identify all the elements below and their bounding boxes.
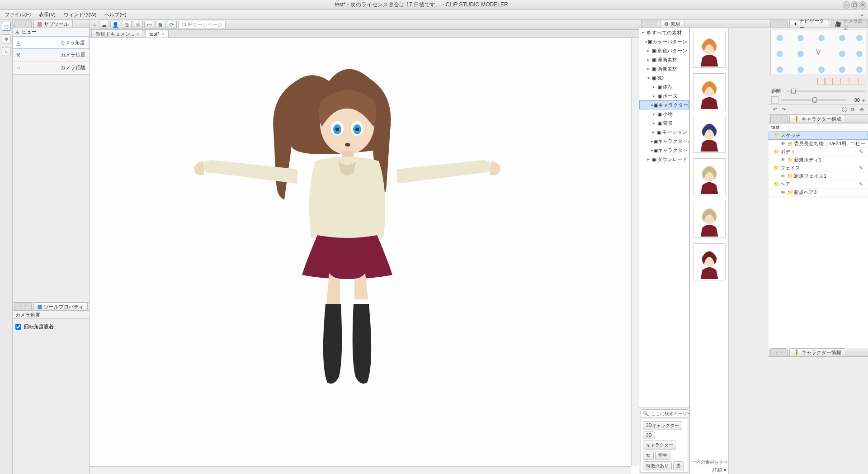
toolbar-search[interactable]: CLIPホームページ (178, 21, 225, 29)
wand-icon[interactable]: ✎ (859, 149, 866, 155)
charcomp-row[interactable]: 👁📁新規ボディ1 (769, 156, 868, 164)
material-node[interactable]: ▸▣ダウンロード (639, 155, 689, 164)
material-node[interactable]: ▸▣画像素材 (639, 64, 689, 73)
grip-icon[interactable]: ⋮⋮ (14, 303, 32, 310)
material-thumbnail[interactable] (693, 31, 726, 68)
view-cube-icon[interactable] (858, 78, 865, 85)
charcomp-row[interactable]: 👁📁新規ヘア3 (769, 189, 868, 197)
view-cube-icon[interactable] (834, 78, 841, 85)
screen-icon[interactable]: ▭ (144, 21, 154, 29)
view-cube-icon[interactable] (850, 78, 857, 85)
option-rotation-snap[interactable]: 回転角度吸着 (15, 323, 86, 330)
maximize-icon[interactable]: ▢ (851, 1, 858, 9)
tag[interactable]: 学生 (655, 451, 670, 460)
material-node[interactable]: ▸▣モーション (639, 128, 689, 137)
material-node[interactable]: ▸▣背景 (639, 118, 689, 128)
angle-slider[interactable]: 90 ▸ (769, 95, 868, 104)
reset-icon[interactable]: ⊚ (858, 106, 865, 114)
subtool-item[interactable]: ⤧カメラ位置 (13, 49, 89, 62)
material-node[interactable]: ▸▣単色パターン (639, 46, 689, 55)
material-node[interactable]: ▸▣体型 (639, 82, 689, 91)
stepper-icon[interactable]: ▸ (863, 97, 865, 103)
tag[interactable]: 特徴点あり (643, 461, 672, 470)
material-node[interactable]: ▸▣ポーズ (639, 91, 689, 100)
viewport-3d[interactable] (90, 38, 639, 474)
menu-view[interactable]: 表示(V) (36, 10, 58, 19)
visibility-icon[interactable]: 👁 (779, 141, 787, 146)
grip-icon[interactable]: ⋮⋮ (641, 20, 658, 28)
copy-icon[interactable]: ⧉ (122, 21, 132, 29)
tag[interactable]: 3D (643, 431, 655, 439)
grip-icon[interactable]: ⋮⋮ (770, 348, 788, 356)
tag[interactable]: 男 (673, 461, 684, 470)
charcomp-row[interactable]: 👁📁新規フェイス1 (769, 172, 868, 180)
tab-camera-settings[interactable]: 🎥カメラ設定 (831, 20, 868, 28)
menu-help[interactable]: ヘルプ(H) (102, 10, 129, 19)
visibility-icon[interactable]: 👁 (779, 157, 787, 162)
material-thumbnails[interactable] (690, 28, 728, 458)
close-tab-icon[interactable]: × (137, 32, 139, 36)
grip-icon[interactable]: ⋮⋮ (770, 20, 788, 28)
charcomp-row[interactable]: 👁▤委員長立ち絵_Live2d用 - コピー (769, 140, 868, 148)
paste-icon[interactable]: ⎘ (133, 21, 143, 29)
close-icon[interactable]: ✕ (859, 1, 866, 9)
document-tab[interactable]: 新規ドキュメン...× (91, 30, 143, 38)
undo-icon[interactable]: ↶ (771, 106, 778, 113)
navigator-preview[interactable]: V (770, 30, 866, 75)
tag[interactable]: 女 (643, 451, 654, 460)
tab-character-info[interactable]: 🧍キャラクター情報 (789, 348, 845, 356)
tool-move-icon[interactable]: ✥ (2, 34, 11, 43)
trash-icon[interactable]: 🗑 (156, 21, 165, 29)
material-node[interactable]: ▸▣カラーパターン (639, 37, 689, 46)
material-node[interactable]: ▾⚙すべての素材 (639, 28, 689, 37)
document-tab[interactable]: test*× (145, 30, 168, 38)
redo-icon[interactable]: ↷ (780, 106, 787, 113)
thumbs-detail[interactable]: 詳細 ▾ (690, 466, 728, 474)
tab-material[interactable]: ⚙素材 (660, 20, 684, 28)
visibility-icon[interactable]: 👁 (779, 174, 787, 179)
tool-view-icon[interactable]: ◳ (2, 22, 11, 31)
subtool-item[interactable]: ◬カメラ角度 (13, 36, 89, 49)
material-node[interactable]: ▸▣漫画素材 (639, 55, 689, 64)
charcomp-row[interactable]: 📁ヘア✎ (769, 180, 868, 189)
tab-character-composition[interactable]: 🧍キャラクター構成 (789, 115, 845, 123)
tag[interactable]: 3Dキャラクター (643, 421, 682, 430)
viewport-scrollbar-horizontal[interactable] (90, 466, 631, 474)
refresh-view-icon[interactable]: ⟳ (849, 106, 857, 114)
rotation-snap-checkbox[interactable] (15, 324, 21, 330)
distance-slider[interactable]: 距離 (769, 87, 868, 95)
tab-subtool[interactable]: サブツール (33, 20, 73, 28)
material-search[interactable]: 🔍 (641, 409, 688, 417)
material-thumbnail[interactable] (693, 243, 726, 280)
material-thumbnail[interactable] (693, 116, 726, 153)
material-node[interactable]: ▸▣キャラクターパーツ (639, 137, 689, 146)
material-tree[interactable]: ▾⚙すべての素材▸▣カラーパターン▸▣単色パターン▸▣漫画素材▸▣画像素材▾▣3… (639, 28, 689, 408)
subtool-item[interactable]: ↔カメラ距離 (13, 62, 89, 74)
viewport-scrollbar-vertical[interactable] (631, 38, 639, 466)
view-cube-icon[interactable] (842, 78, 849, 85)
view-cube-icon[interactable] (826, 78, 833, 85)
material-thumbnail[interactable] (693, 201, 726, 238)
wand-icon[interactable]: ✎ (859, 181, 866, 187)
tab-tool-property[interactable]: ツールプロパティ (33, 303, 88, 310)
refresh-icon[interactable]: ⟳ (167, 21, 177, 29)
tag[interactable]: キャラクター (643, 441, 676, 450)
close-tab-icon[interactable]: × (162, 32, 164, 36)
expand-left-icon[interactable]: » (91, 22, 98, 28)
charcomp-row[interactable]: 📁ボディ✎ (769, 148, 868, 156)
fit-icon[interactable]: ⛶ (841, 106, 848, 113)
view-cube-icon[interactable] (817, 78, 825, 85)
tab-navigator[interactable]: ✦ナビゲーター (789, 20, 829, 28)
material-node[interactable]: ▸▣キャラクター (639, 100, 689, 109)
grip-icon[interactable]: ⋮⋮ (14, 20, 32, 28)
charcomp-tree[interactable]: 📁スケッチ👁▤委員長立ち絵_Live2d用 - コピー📁ボディ✎👁📁新規ボディ1… (769, 132, 868, 349)
material-thumbnail[interactable] (693, 158, 726, 195)
minimize-icon[interactable]: – (843, 1, 850, 9)
menu-window[interactable]: ウィンドウ(W) (61, 10, 99, 19)
person-icon[interactable]: 👤 (110, 21, 120, 29)
material-node[interactable]: ▸▣キャラクターテクス (639, 146, 689, 155)
charcomp-row[interactable]: 📁スケッチ (769, 132, 868, 140)
tool-bone-icon[interactable]: ⎌ (2, 47, 11, 56)
charcomp-row[interactable]: 📁フェイス✎ (769, 164, 868, 172)
wand-icon[interactable]: ✎ (859, 165, 866, 171)
